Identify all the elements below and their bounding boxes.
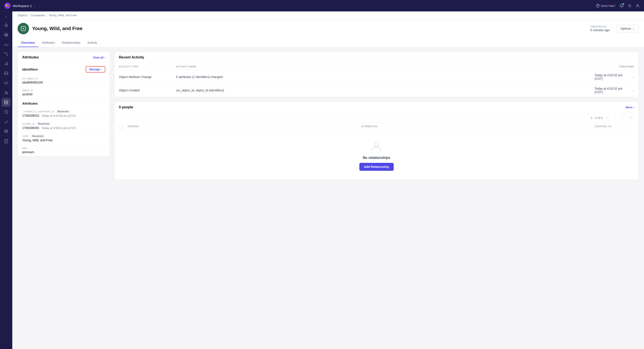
options-chevron-icon: ⌄ [632,27,635,30]
ra-col-type: ACTIVITY TYPE [119,65,176,68]
sidebar-rail: » [0,12,12,349]
no-relationships-title: No relationships [363,156,390,160]
breadcrumb-sep-2: / [46,14,47,17]
sidebar-item-inbox[interactable] [2,79,10,88]
sidebar-item-reports[interactable] [2,137,10,146]
sidebar-item-data[interactable] [2,30,10,39]
right-panel: Recent Activity ACTIVITY TYPE ACTIVITY N… [114,52,639,344]
tab-attributes[interactable]: Attributes [38,39,58,47]
manage-button[interactable]: Manage › [86,66,105,72]
svg-point-16 [374,142,379,146]
journey-icon [4,52,8,56]
people-card: 0 people More › 1 – 0 of 0 |< < > >| [114,102,639,180]
sidebar-item-database[interactable] [2,127,10,136]
sidebar-item-analytics[interactable] [2,40,10,49]
people-pagination: 1 – 0 of 0 |< < > >| [114,113,638,123]
sidebar-item-metrics[interactable] [2,117,10,126]
pagination-prev-button[interactable]: < [612,115,618,121]
reserved-badge-1: Reserved [56,110,70,113]
object-avatar [18,23,29,34]
expand-row-1-icon[interactable]: ⌄ [632,75,634,79]
page-header-left: Young, Wild, and Free [18,23,82,34]
attributes-card-title: Attributes [22,56,39,59]
sidebar-item-navigate[interactable] [2,21,10,30]
svg-point-2 [8,6,9,7]
topnav-left: Workspace 1 ⌄ [4,3,36,9]
no-relationships-empty-state: No relationships Add Relationship [114,131,638,180]
layers-icon [4,32,8,37]
chart-icon [4,42,8,46]
workspace-selector[interactable]: Workspace 1 ⌄ [13,4,36,8]
options-button[interactable]: Options ⌄ [617,25,639,32]
sidebar-item-people[interactable] [2,88,10,97]
people-col-attributes: ATTRIBUTES [361,125,594,128]
people-col-created-at: CREATED_AT [594,125,634,128]
svg-point-5 [629,5,630,6]
view-all-chevron-icon: › [104,56,105,59]
main-area: Objects / Companies / Young, Wild, and F… [12,12,644,349]
attr-value-created-customerio: 1706306522 Today at 4:02:02 pm (CST) [22,114,105,117]
more-link[interactable]: More › [626,106,634,109]
pagination-info: 1 – 0 of 0 [590,116,602,120]
activity-row-2: Object Created cio_object_id, object_id … [114,84,638,97]
people-table-header: PERSON ATTRIBUTES CREATED_AT [114,123,638,131]
help-button[interactable]: Need help? [596,4,616,8]
activity-type-2: Object Created [119,88,176,92]
sidebar-item-messages[interactable] [2,69,10,78]
attr-name-created-at: created_at Reserved [22,122,105,126]
add-relationship-button[interactable]: Add Relationship [359,163,394,171]
activity-timestamp-1: Today at 4:02:02 pm (CST) ⌄ [594,74,634,80]
svg-point-6 [637,4,638,6]
activity-row-1: Object Attribute Change 5 attributes (2 … [114,70,638,84]
sidebar-item-campaigns[interactable] [2,59,10,68]
identifier-value-objid: ae3000 [22,92,105,96]
notifications-button[interactable] [620,4,624,8]
page-header-meta: CREATED AT 5 minutes ago Options ⌄ [590,25,639,32]
attr-timestamp-2: Today at 3:59:51 pm (CST) [42,126,76,130]
created-at-value: 5 minutes ago [590,28,610,32]
select-all-checkbox[interactable] [119,125,122,128]
content-body: Attributes View all › Identifiers Manage… [12,47,644,349]
breadcrumb-objects-link[interactable]: Objects [18,14,27,17]
topnav-right: Need help? [596,4,640,8]
breadcrumb: Objects / Companies / Young, Wild, and F… [12,12,644,19]
manage-chevron-icon: › [101,68,102,71]
attributes-card: Attributes View all › Identifiers Manage… [18,52,110,156]
tab-activity[interactable]: Activity [84,39,100,47]
user-profile-button[interactable] [636,4,640,8]
identifiers-title: Identifiers [22,68,38,71]
attributes-sub-title: Attributes [18,98,110,108]
database-icon [4,129,8,134]
people-icon [4,90,8,95]
expand-row-2-icon[interactable]: ⌄ [632,88,634,92]
breadcrumb-current: Young, Wild, and Free [48,14,77,17]
activity-timestamp-2: Today at 4:02:02 pm (CST) ⌄ [594,87,634,94]
recent-activity-title: Recent Activity [119,56,144,59]
attribute-row-name: name Reserved Young, Wild, and Free [18,132,110,144]
svg-point-10 [5,92,6,93]
recent-activity-card: Recent Activity ACTIVITY TYPE ACTIVITY N… [114,52,639,97]
identifier-value-cio: oba886080108 [22,81,105,84]
expand-sidebar-button[interactable]: » [4,14,8,20]
people-col-person: PERSON [128,125,361,128]
settings-button[interactable] [628,4,632,8]
tab-relationships[interactable]: Relationships [58,39,84,47]
sidebar-item-segments[interactable] [2,108,10,116]
sidebar-item-objects[interactable] [2,98,10,107]
pagination-next-button[interactable]: > [620,115,626,121]
pagination-last-button[interactable]: >| [628,115,634,121]
reserved-badge-3: Reserved [30,134,45,138]
object-title: Young, Wild, and Free [32,26,82,32]
notification-dot [622,3,624,5]
top-navigation: Workspace 1 ⌄ Need help? [0,0,644,12]
view-all-link[interactable]: View all › [93,56,105,59]
pagination-first-button[interactable]: |< [604,115,610,121]
tab-overview[interactable]: Overview [18,39,38,47]
object-icon [4,100,8,104]
sidebar-item-journeys[interactable] [2,50,10,58]
page-header-top: Young, Wild, and Free CREATED AT 5 minut… [18,23,639,38]
breadcrumb-companies-link[interactable]: Companies [31,14,45,17]
attr-timestamp-1: Today at 4:02:02 pm (CST) [42,114,76,117]
activity-name-1: 5 attributes (2 identifiers) changed [176,75,594,79]
ra-col-name: ACTIVITY NAME [176,65,594,68]
